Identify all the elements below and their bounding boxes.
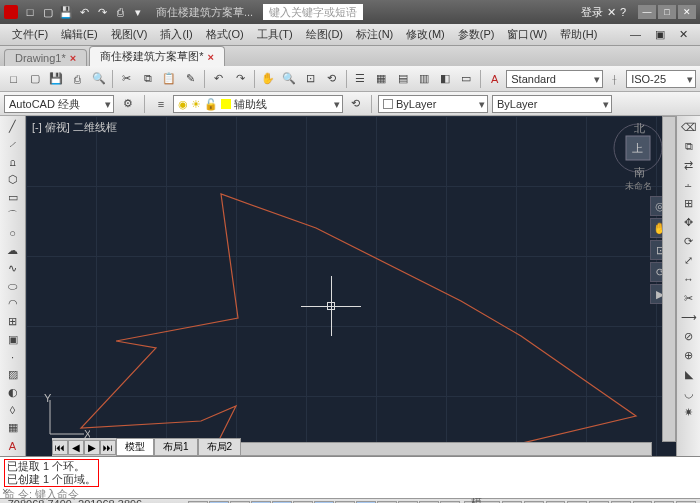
scrollbar-vertical[interactable] (662, 116, 676, 442)
viewport-label[interactable]: [-] 俯视] 二维线框 (32, 120, 117, 135)
mtext-icon[interactable]: A (3, 437, 23, 454)
menu-window[interactable]: 窗口(W) (501, 25, 553, 44)
dim-style-combo[interactable]: ISO-25 (626, 70, 696, 88)
explode-icon[interactable]: ✷ (679, 403, 699, 421)
workspace-settings-icon[interactable]: ⚙ (118, 94, 138, 114)
join-icon[interactable]: ⊕ (679, 346, 699, 364)
qat-more-icon[interactable]: ▾ (130, 4, 146, 20)
doc-tab-1[interactable]: Drawing1* × (4, 49, 87, 66)
circle-icon[interactable]: ○ (3, 225, 23, 242)
open-icon[interactable]: ▢ (40, 4, 56, 20)
polygon-icon[interactable]: ⬡ (3, 171, 23, 188)
zoom-window-icon[interactable]: ⊡ (301, 69, 320, 89)
cut-icon[interactable]: ✂ (117, 69, 136, 89)
move-icon[interactable]: ✥ (679, 213, 699, 231)
command-line[interactable]: 已提取 1 个环。 已创建 1 个面域。 × 命 令: 键入命令 (0, 456, 700, 498)
color-combo[interactable]: ByLayer (378, 95, 488, 113)
mirror-icon[interactable]: ⇄ (679, 156, 699, 174)
arc-icon[interactable]: ⌒ (3, 207, 23, 224)
plot-preview-icon[interactable]: 🔍 (89, 69, 108, 89)
spline-icon[interactable]: ∿ (3, 260, 23, 277)
tab-next-icon[interactable]: ▶ (84, 440, 100, 455)
help-icon[interactable]: ? (620, 6, 626, 18)
menu-draw[interactable]: 绘图(D) (300, 25, 349, 44)
zoom-icon[interactable]: 🔍 (280, 69, 299, 89)
drawing-canvas[interactable]: [-] 俯视] 二维线框 YX 上北南 未命名 ◎ ✋ ⊡ ⟳ ▶ (26, 116, 676, 456)
xline-icon[interactable]: ⟋ (3, 136, 23, 153)
workspace-combo[interactable]: AutoCAD 经典 (4, 95, 114, 113)
command-prompt[interactable]: 命 令: 键入命令 (4, 488, 696, 501)
dim-style-icon[interactable]: ⟊ (605, 69, 624, 89)
tool-palettes-icon[interactable]: ▤ (393, 69, 412, 89)
close-button[interactable]: ✕ (678, 5, 696, 19)
close-icon[interactable]: × (207, 51, 213, 63)
menu-insert[interactable]: 插入(I) (154, 25, 198, 44)
new-icon[interactable]: □ (22, 4, 38, 20)
menu-modify[interactable]: 修改(M) (400, 25, 451, 44)
text-style-combo[interactable]: Standard (506, 70, 603, 88)
sheet-set-icon[interactable]: ▥ (414, 69, 433, 89)
point-icon[interactable]: · (3, 349, 23, 366)
menu-view[interactable]: 视图(V) (105, 25, 154, 44)
table-icon[interactable]: ▦ (3, 420, 23, 437)
copy-icon[interactable]: ⧉ (679, 137, 699, 155)
redo-icon[interactable]: ↷ (94, 4, 110, 20)
make-block-icon[interactable]: ▣ (3, 331, 23, 348)
new-icon[interactable]: □ (4, 69, 23, 89)
undo-icon[interactable]: ↶ (209, 69, 228, 89)
doc-close-button[interactable]: ✕ (673, 26, 694, 43)
open-icon[interactable]: ▢ (25, 69, 44, 89)
polyline-icon[interactable]: ⩍ (3, 153, 23, 170)
layer-previous-icon[interactable]: ⟲ (345, 94, 365, 114)
save-icon[interactable]: 💾 (58, 4, 74, 20)
ellipse-icon[interactable]: ⬭ (3, 278, 23, 295)
maximize-button[interactable]: □ (658, 5, 676, 19)
menu-edit[interactable]: 编辑(E) (55, 25, 104, 44)
layer-combo[interactable]: ◉ ☀ 🔓 辅助线 (173, 95, 343, 113)
doc-restore-button[interactable]: ▣ (649, 26, 671, 43)
stretch-icon[interactable]: ↔ (679, 270, 699, 288)
trim-icon[interactable]: ✂ (679, 289, 699, 307)
chamfer-icon[interactable]: ◣ (679, 365, 699, 383)
print-icon[interactable]: ⎙ (112, 4, 128, 20)
scale-icon[interactable]: ⤢ (679, 251, 699, 269)
menu-parametric[interactable]: 参数(P) (452, 25, 501, 44)
linetype-combo[interactable]: ByLayer (492, 95, 612, 113)
menu-help[interactable]: 帮助(H) (554, 25, 603, 44)
menu-dimension[interactable]: 标注(N) (350, 25, 399, 44)
tab-model[interactable]: 模型 (116, 438, 154, 456)
text-style-icon[interactable]: A (485, 69, 504, 89)
app-icon[interactable] (4, 5, 18, 19)
design-center-icon[interactable]: ▦ (372, 69, 391, 89)
undo-icon[interactable]: ↶ (76, 4, 92, 20)
matchprop-icon[interactable]: ✎ (181, 69, 200, 89)
cmdline-close-icon[interactable]: × (2, 485, 8, 497)
erase-icon[interactable]: ⌫ (679, 118, 699, 136)
menu-format[interactable]: 格式(O) (200, 25, 250, 44)
zoom-previous-icon[interactable]: ⟲ (322, 69, 341, 89)
offset-icon[interactable]: ⫠ (679, 175, 699, 193)
tab-first-icon[interactable]: ⏮ (52, 440, 68, 455)
revcloud-icon[interactable]: ☁ (3, 242, 23, 259)
doc-tab-2[interactable]: 商住楼建筑方案草图* × (89, 46, 225, 66)
scrollbar-horizontal[interactable] (196, 442, 652, 456)
region-icon[interactable]: ◊ (3, 402, 23, 419)
hatch-icon[interactable]: ▨ (3, 366, 23, 383)
menu-file[interactable]: 文件(F) (6, 25, 54, 44)
fillet-icon[interactable]: ◡ (679, 384, 699, 402)
minimize-button[interactable]: — (638, 5, 656, 19)
paste-icon[interactable]: 📋 (160, 69, 179, 89)
gradient-icon[interactable]: ◐ (3, 384, 23, 401)
print-icon[interactable]: ⎙ (68, 69, 87, 89)
extend-icon[interactable]: ⟶ (679, 308, 699, 326)
tab-layout1[interactable]: 布局1 (154, 438, 198, 456)
tab-prev-icon[interactable]: ◀ (68, 440, 84, 455)
rotate-icon[interactable]: ⟳ (679, 232, 699, 250)
properties-icon[interactable]: ☰ (351, 69, 370, 89)
tab-layout2[interactable]: 布局2 (198, 438, 242, 456)
menu-tools[interactable]: 工具(T) (251, 25, 299, 44)
pan-icon[interactable]: ✋ (259, 69, 278, 89)
line-icon[interactable]: ╱ (3, 118, 23, 135)
save-icon[interactable]: 💾 (47, 69, 66, 89)
login-link[interactable]: 登录 (581, 5, 603, 20)
